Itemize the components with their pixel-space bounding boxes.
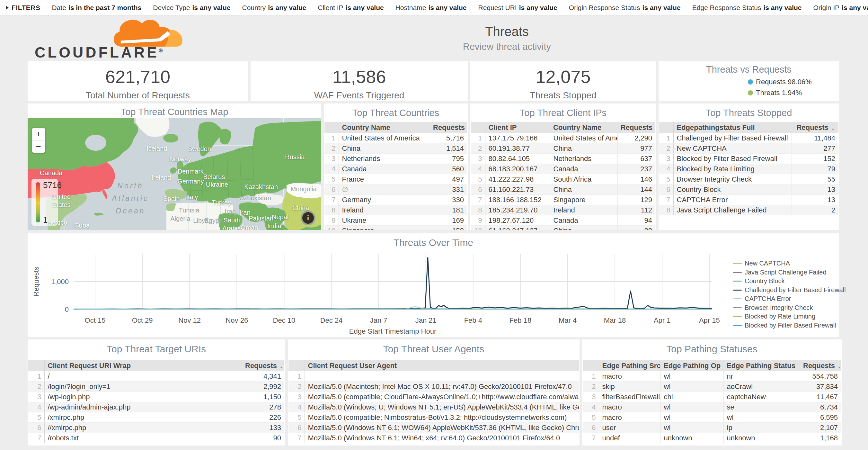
legend-line-icon (733, 280, 742, 281)
user-agents-table: Client Request User Agent12Mozilla/5.0 (… (288, 360, 579, 446)
filter-item[interactable]: Device Typeis any value (153, 4, 230, 11)
column-header[interactable]: Country Name (339, 122, 430, 133)
sort-chevron-icon[interactable]: ⌄ (655, 125, 655, 131)
table-cell: 198.27.67.120 (485, 215, 550, 226)
table-cell: 129 (617, 195, 655, 205)
table-row: 3filterBasedFirewallchlcaptchaNew11,467 (583, 392, 841, 402)
map-legend-max: 5716 (43, 180, 62, 190)
sort-chevron-icon[interactable]: ⌄ (837, 363, 841, 369)
table-cell: United States of America (550, 133, 617, 143)
filters-toggle[interactable]: FILTERS (6, 4, 40, 11)
table-row: 8185.234.219.70Ireland112 (471, 205, 655, 215)
table-row: 7Mozilla/5.0 (Windows NT 6.1; Win64; x64… (288, 433, 579, 443)
table-cell: chl (660, 392, 723, 402)
chart-legend-label: CAPTCHA Error (745, 295, 791, 302)
column-header[interactable]: Requests⌄ (617, 122, 655, 133)
table-row: 1137.175.79.166United States of America2… (471, 133, 655, 143)
filter-item[interactable]: Hostnameis any value (396, 4, 467, 11)
table-cell: 88 (617, 226, 655, 230)
map-info-icon[interactable]: i (301, 211, 315, 225)
table-cell: CAPTCHA Error (673, 195, 792, 205)
chart-legend-label: Challenged by Filter Based Firewall (745, 287, 846, 294)
filter-item[interactable]: Origin IPis any value (813, 4, 868, 11)
filter-item[interactable]: Request URIis any value (478, 4, 557, 11)
column-header[interactable]: Edge Pathing Status (723, 360, 800, 371)
table-cell: 226 (242, 412, 284, 423)
row-index-header (471, 122, 485, 133)
x-tick-label: Dec 24 (320, 316, 343, 324)
row-index: 5 (288, 412, 305, 423)
panel-threats-vs-requests: Threats vs Requests Requests 98.06%Threa… (658, 61, 839, 101)
row-index: 3 (471, 154, 485, 164)
chart-legend-item: CAPTCHA Error (733, 295, 846, 302)
column-header[interactable]: Client IP (485, 122, 550, 133)
x-axis-title: Edge Start Timestamp Hour (349, 327, 436, 335)
chart-legend-item: Country Block (733, 277, 846, 285)
table-cell: 5,716 (430, 133, 467, 143)
threats-vs-requests-title: Threats vs Requests (658, 61, 839, 75)
map-zoom-control: + − (32, 128, 45, 153)
column-header[interactable]: Country Name (550, 122, 617, 133)
row-index: 5 (324, 174, 339, 184)
sort-chevron-icon[interactable]: ⌄ (831, 125, 835, 131)
filter-value: is in the past 7 months (68, 4, 142, 11)
cloudflare-logo: CLOUDFLARE® (35, 17, 169, 62)
column-header[interactable]: Requests⌄ (792, 122, 838, 133)
table-cell: se (723, 402, 800, 412)
filter-item[interactable]: Client IPis any value (318, 4, 383, 11)
world-map[interactable]: + − 5716 1 i CanadaUnited StatesMexicoCu… (28, 118, 321, 230)
row-index-header (659, 122, 673, 133)
table-cell: United States of America (339, 133, 430, 143)
table-row: 7Germany330 (324, 195, 467, 205)
sort-chevron-icon[interactable]: ⌄ (279, 363, 284, 369)
row-index: 5 (28, 412, 44, 423)
map-zoom-out-button[interactable]: − (32, 140, 45, 153)
legend-line-icon (733, 325, 742, 326)
threats-over-time-chart[interactable]: Oct 15Oct 29Nov 12Nov 26Dec 10Dec 24Jan … (28, 233, 839, 337)
world-map-svg (28, 118, 321, 230)
map-zoom-in-button[interactable]: + (32, 128, 45, 140)
column-header[interactable]: Edgepathingstatus Full (673, 122, 792, 133)
filter-field-label: Country (242, 4, 266, 11)
chart-legend: New CAPTCHAJava Script Challenge FailedC… (733, 260, 846, 329)
registered-mark: ® (159, 48, 163, 53)
filter-item[interactable]: Countryis any value (242, 4, 307, 11)
chart-legend-label: Country Block (745, 277, 785, 285)
column-header[interactable]: Edge Pathing Op (660, 360, 723, 371)
chart-legend-label: Java Script Challenge Failed (745, 269, 827, 276)
panel-threat-countries-map: Top Threat Countries Map (28, 103, 321, 230)
row-index: 7 (583, 433, 599, 443)
table-row: 6Mozilla/5.0 (Windows NT 6.1; WOW64) App… (288, 423, 579, 433)
table-cell: Germany (339, 195, 430, 205)
column-header[interactable]: Requests⌄ (242, 360, 284, 371)
row-index: 9 (324, 215, 339, 226)
series-line (74, 258, 712, 309)
table-cell: 2,107 (800, 423, 841, 433)
client-ips-table-title: Top Threat Client IPs (470, 103, 656, 118)
column-header[interactable]: Requests⌄ (430, 122, 467, 133)
column-header[interactable]: Client Request User Agent (305, 360, 579, 371)
table-cell: 37,834 (800, 382, 841, 392)
threats-stopped-label: Threats Stopped (470, 90, 656, 100)
x-tick-label: Nov 26 (225, 316, 248, 324)
filter-item[interactable]: Origin Response Statusis any value (569, 4, 681, 11)
column-header[interactable]: Client Request URI Wrap (44, 360, 242, 371)
row-index: 6 (471, 184, 485, 195)
legend-line-icon (733, 298, 742, 299)
table-row: 2Mozilla/5.0 (Macintosh; Intel Mac OS X … (288, 382, 579, 392)
table-cell: Java Script Challenge Failed (673, 205, 792, 215)
legend-line-icon (733, 307, 742, 308)
table-row: 380.82.64.105Netherlands637 (471, 154, 655, 164)
table-cell: Mozilla/5.0 (Windows NT 6.1; WOW64) Appl… (305, 423, 579, 433)
row-index: 3 (288, 392, 305, 402)
filter-item[interactable]: Edge Response Statusis any value (692, 4, 802, 11)
table-cell: Canada (550, 164, 617, 174)
client-ips-table: Client IPCountry NameRequests⌄1137.175.7… (471, 122, 655, 230)
column-header[interactable]: Requests⌄ (800, 360, 841, 371)
table-cell: Netherlands (550, 154, 617, 164)
filter-item[interactable]: Dateis in the past 7 months (52, 4, 141, 11)
table-cell: Mozilla/5.0 (compatible; CloudFlare-Alwa… (305, 392, 579, 402)
column-header[interactable]: Edge Pathing Src (599, 360, 660, 371)
table-row: 5Mozilla/5.0 (compatible; Nimbostratus-B… (288, 412, 579, 423)
map-panel-title: Top Threat Countries Map (28, 103, 321, 117)
